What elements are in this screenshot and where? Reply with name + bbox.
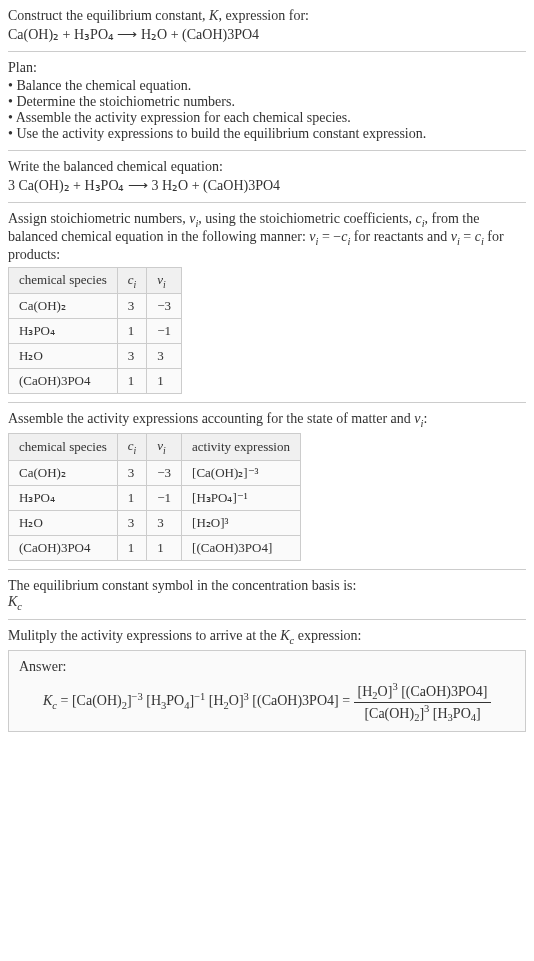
col-activity: activity expression [182, 433, 301, 460]
plan-item: Determine the stoichiometric numbers. [8, 94, 526, 110]
answer-expression: Kc = [Ca(OH)2]−3 [H3PO4]−1 [H2O]3 [(CaOH… [19, 681, 515, 723]
activity-section: Assemble the activity expressions accoun… [8, 411, 526, 560]
table-row: Ca(OH)₂ 3 −3 [Ca(OH)₂]⁻³ [9, 460, 301, 485]
balanced-equation-section: Write the balanced chemical equation: 3 … [8, 159, 526, 194]
plan-section: Plan: Balance the chemical equation. Det… [8, 60, 526, 142]
fraction-denominator: [Ca(OH)2]3 [H3PO4] [354, 703, 492, 723]
balanced-heading: Write the balanced chemical equation: [8, 159, 526, 175]
symbol-section: The equilibrium constant symbol in the c… [8, 578, 526, 612]
col-ci: ci [117, 433, 147, 460]
plan-item: Use the activity expressions to build th… [8, 126, 526, 142]
balanced-equation: 3 Ca(OH)₂ + H₃PO₄ ⟶ 3 H₂O + (CaOH)3PO4 [8, 177, 526, 194]
divider [8, 569, 526, 570]
fraction-numerator: [H2O]3 [(CaOH)3PO4] [354, 681, 492, 702]
stoich-table: chemical species ci νi Ca(OH)₂ 3 −3 H₃PO… [8, 267, 182, 395]
stoich-section: Assign stoichiometric numbers, νi, using… [8, 211, 526, 394]
divider [8, 402, 526, 403]
col-vi: νi [147, 267, 182, 294]
table-row: (CaOH)3PO4 1 1 [(CaOH)3PO4] [9, 535, 301, 560]
plan-list: Balance the chemical equation. Determine… [8, 78, 526, 142]
unbalanced-equation: Ca(OH)₂ + H₃PO₄ ⟶ H₂O + (CaOH)3PO4 [8, 26, 526, 43]
divider [8, 150, 526, 151]
table-row: (CaOH)3PO4 1 1 [9, 369, 182, 394]
divider [8, 619, 526, 620]
table-row: H₂O 3 3 [9, 344, 182, 369]
activity-table: chemical species ci νi activity expressi… [8, 433, 301, 561]
problem-intro: Construct the equilibrium constant, K, e… [8, 8, 526, 24]
symbol-text: The equilibrium constant symbol in the c… [8, 578, 526, 594]
plan-item: Balance the chemical equation. [8, 78, 526, 94]
plan-item: Assemble the activity expression for eac… [8, 110, 526, 126]
col-species: chemical species [9, 433, 118, 460]
divider [8, 202, 526, 203]
multiply-section: Mulitply the activity expressions to arr… [8, 628, 526, 732]
plan-heading: Plan: [8, 60, 526, 76]
kc-symbol: Kc [8, 594, 526, 612]
multiply-text: Mulitply the activity expressions to arr… [8, 628, 526, 646]
col-ci: ci [117, 267, 147, 294]
answer-box: Answer: Kc = [Ca(OH)2]−3 [H3PO4]−1 [H2O]… [8, 650, 526, 732]
answer-label: Answer: [19, 659, 515, 675]
problem-statement: Construct the equilibrium constant, K, e… [8, 8, 526, 43]
table-row: Ca(OH)₂ 3 −3 [9, 294, 182, 319]
col-species: chemical species [9, 267, 118, 294]
table-row: H₃PO₄ 1 −1 [H₃PO₄]⁻¹ [9, 485, 301, 510]
table-row: H₂O 3 3 [H₂O]³ [9, 510, 301, 535]
divider [8, 51, 526, 52]
answer-fraction: [H2O]3 [(CaOH)3PO4] [Ca(OH)2]3 [H3PO4] [354, 681, 492, 723]
table-row: H₃PO₄ 1 −1 [9, 319, 182, 344]
stoich-text: Assign stoichiometric numbers, νi, using… [8, 211, 526, 263]
activity-text: Assemble the activity expressions accoun… [8, 411, 526, 429]
col-vi: νi [147, 433, 182, 460]
